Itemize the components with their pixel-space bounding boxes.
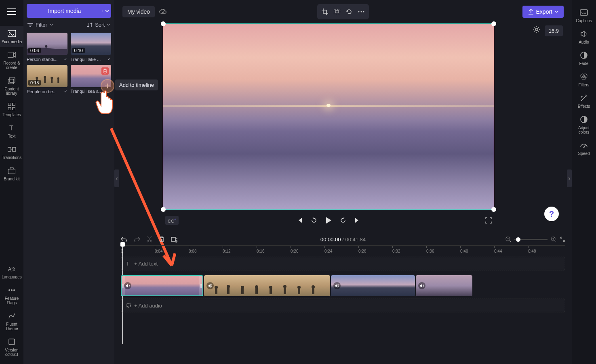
sidebar-text[interactable]: T Text: [0, 120, 23, 142]
play-icon[interactable]: [325, 217, 332, 224]
rail-bottom-group: A文Languages Feature Flags Fluent Theme V…: [0, 261, 23, 360]
rotate-icon[interactable]: [344, 6, 354, 17]
resize-handle[interactable]: [161, 207, 166, 212]
templates-icon: [8, 102, 15, 111]
sidebar-transitions[interactable]: Transitions: [0, 142, 23, 163]
plus-icon: [105, 83, 110, 89]
svg-point-1: [9, 32, 11, 33]
forward-icon[interactable]: [340, 217, 346, 224]
sort-button[interactable]: Sort: [87, 22, 110, 28]
svg-point-18: [45, 45, 47, 48]
more-icon[interactable]: [356, 6, 366, 17]
left-rail: Your media Record & create Content libra…: [0, 0, 23, 364]
chevron-down-icon: [555, 11, 558, 13]
fit-icon[interactable]: [332, 6, 342, 17]
video-preview[interactable]: [163, 23, 494, 210]
zoom-in-icon[interactable]: [551, 236, 556, 242]
music-icon: [125, 303, 131, 308]
import-media-button[interactable]: Import media: [27, 4, 111, 18]
svg-rect-0: [8, 30, 16, 37]
canvas-settings-button[interactable]: [531, 23, 543, 36]
sidebar-brand-kit[interactable]: Brand kit: [0, 163, 23, 184]
skip-start-icon[interactable]: [297, 218, 303, 223]
svg-rect-55: [312, 288, 314, 294]
add-to-timeline-button[interactable]: [101, 79, 114, 93]
media-thumb[interactable]: 0:15 People on be...✓: [27, 65, 67, 94]
right-effects[interactable]: Effects: [572, 90, 596, 112]
export-button[interactable]: Export: [522, 6, 564, 18]
language-icon: A文: [8, 264, 15, 273]
timeline-clip[interactable]: ||||: [121, 275, 203, 296]
fullscreen-icon[interactable]: [485, 217, 492, 224]
svg-point-63: [583, 147, 585, 148]
right-speed[interactable]: Speed: [572, 138, 596, 159]
chevron-down-icon: [50, 24, 53, 26]
undo-icon[interactable]: [121, 236, 127, 242]
svg-rect-27: [334, 9, 340, 14]
effects-icon: [580, 94, 588, 103]
add-text-track[interactable]: T + Add text: [121, 257, 565, 270]
feature-flags-btn[interactable]: Feature Flags: [0, 282, 23, 308]
zoom-fit-icon[interactable]: [560, 236, 565, 242]
brandkit-icon: [8, 166, 15, 175]
timeline-clip[interactable]: [416, 275, 472, 296]
media-thumb[interactable]: 0:10 Tranquil lake ...✓: [71, 33, 112, 62]
svg-rect-24: [51, 79, 53, 83]
svg-point-30: [361, 11, 362, 13]
zoom-out-icon[interactable]: [505, 236, 511, 242]
right-fade[interactable]: Fade: [572, 48, 596, 69]
crop-icon[interactable]: [320, 6, 330, 17]
video-title-input[interactable]: My video: [122, 6, 155, 17]
resize-handle[interactable]: [491, 207, 496, 212]
help-button[interactable]: ?: [544, 207, 559, 221]
redo-icon[interactable]: [134, 236, 140, 242]
svg-rect-4: [9, 77, 15, 82]
timeline-clip[interactable]: [204, 275, 330, 296]
filter-button[interactable]: Filter: [27, 22, 53, 28]
svg-rect-43: [227, 288, 230, 294]
svg-text:T: T: [9, 125, 13, 131]
version-btn[interactable]: Version ccfd61f: [0, 334, 23, 360]
check-icon: ✓: [107, 56, 111, 62]
split-icon[interactable]: [171, 236, 177, 243]
delete-thumb-button[interactable]: [101, 67, 109, 75]
right-filters[interactable]: Filters: [572, 69, 596, 90]
timeline-clip[interactable]: [331, 275, 415, 296]
rewind-icon[interactable]: [311, 217, 317, 224]
delete-icon[interactable]: [159, 236, 164, 243]
svg-rect-35: [171, 237, 175, 241]
aspect-ratio-button[interactable]: 16:9: [545, 25, 563, 36]
speed-icon: [580, 141, 588, 150]
svg-point-40: [215, 286, 218, 289]
sidebar-record-create[interactable]: Record & create: [0, 47, 23, 73]
languages-btn[interactable]: A文Languages: [0, 261, 23, 282]
resize-handle[interactable]: [491, 21, 496, 26]
resize-handle[interactable]: [161, 21, 166, 26]
timeline-ruler[interactable]: 00:040:080:120:160:200:240:280:320:360:4…: [121, 245, 565, 257]
sidebar-templates[interactable]: Templates: [0, 99, 23, 120]
add-audio-track[interactable]: + Add audio: [121, 299, 565, 312]
sidebar-your-media[interactable]: Your media: [0, 26, 23, 47]
right-captions[interactable]: CCCaptions: [572, 5, 596, 26]
hamburger-menu[interactable]: [5, 5, 19, 19]
skip-end-icon[interactable]: [354, 218, 360, 223]
chevron-down-icon[interactable]: [102, 10, 111, 12]
right-audio[interactable]: Audio: [572, 26, 596, 48]
svg-point-33: [147, 241, 149, 242]
video-track: ||||: [121, 275, 565, 296]
fluent-theme-btn[interactable]: Fluent Theme: [0, 308, 23, 334]
right-adjust-colors[interactable]: Adjust colors: [572, 112, 596, 138]
audio-icon: [333, 282, 341, 289]
clip-handle[interactable]: ||: [199, 276, 202, 295]
media-thumb-hovered[interactable]: Tranquil sea a...: [71, 65, 112, 94]
captions-toggle[interactable]: CC+: [165, 216, 179, 225]
filters-icon: [580, 72, 588, 81]
audio-icon: [124, 282, 131, 289]
zoom-slider[interactable]: [514, 239, 548, 240]
ruler-tick: 0:36: [426, 249, 434, 253]
cut-icon[interactable]: [147, 236, 152, 243]
media-thumb[interactable]: 0:06 Person standi...✓: [27, 33, 67, 62]
sync-icon[interactable]: [159, 8, 167, 15]
ruler-tick: 0:28: [358, 249, 366, 253]
sidebar-content-library[interactable]: Content library: [0, 73, 23, 99]
